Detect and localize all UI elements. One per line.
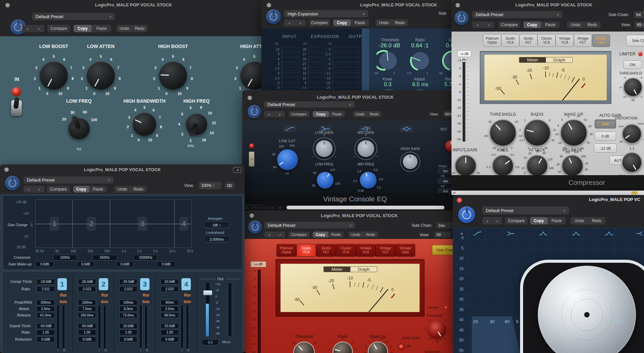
paste-button[interactable]: Paste (329, 111, 345, 117)
paste-button[interactable]: Paste (89, 186, 107, 193)
low-shelf-icon[interactable] (505, 231, 515, 237)
copy-button[interactable]: Copy (313, 111, 329, 117)
graph-tab[interactable]: Graph (350, 267, 377, 272)
view-value[interactable]: 100%∧∨ (199, 182, 221, 189)
release-2[interactable]: 160.0ms (78, 312, 96, 318)
preset-prev-next[interactable]: ‹› (24, 186, 44, 193)
model-studio-fet[interactable]: StudioFET (519, 34, 538, 47)
low-cut-knob[interactable]: 5080160300 (277, 149, 298, 170)
copy-button[interactable]: Copy (74, 25, 92, 32)
copy-button[interactable]: Copy (73, 186, 89, 193)
redo-button[interactable]: Redo (584, 21, 601, 28)
expnd-ratio-3[interactable]: 1.00 (119, 330, 137, 335)
autogain-popup[interactable]: Off∧∨ (204, 222, 230, 229)
redo-button[interactable]: Redo (363, 232, 378, 238)
high-freq-knob[interactable]: 23456810121416 (186, 113, 207, 135)
makeup-4[interactable]: 0.0dB (157, 261, 175, 267)
next-arrow[interactable]: › (34, 186, 45, 193)
undo-button[interactable]: Undo (114, 186, 130, 193)
window-close-dot[interactable] (5, 3, 10, 7)
model-classic-vca[interactable]: ClassicVCA (336, 244, 356, 257)
paste-button[interactable]: Paste (548, 217, 566, 224)
compare-button[interactable]: Compare (309, 19, 330, 26)
ratio-knob[interactable] (409, 49, 432, 72)
preset-prev-next[interactable]: ‹› (22, 25, 44, 32)
stepper-icon[interactable]: ∧∨ (643, 23, 644, 26)
undo-button[interactable]: Undo (570, 217, 588, 224)
model-platinum-digital[interactable]: PlatinumDigital (276, 244, 296, 257)
band-4-badge[interactable]: 4 (181, 278, 191, 290)
window-close-dot[interactable] (267, 3, 271, 7)
bell-3-icon[interactable] (604, 231, 614, 237)
next-arrow[interactable]: › (275, 111, 285, 117)
compare-button[interactable]: Compare (289, 232, 309, 238)
expnd-ratio-1[interactable]: 1.00 (37, 330, 55, 335)
byp-3[interactable]: Byp (141, 292, 151, 298)
preset-prev-next[interactable]: ‹› (264, 111, 285, 117)
in-toggle-switch[interactable] (11, 100, 22, 116)
low-atten-knob[interactable]: 012345678910 (87, 61, 115, 90)
release-4[interactable]: 49.0ms (161, 312, 179, 318)
peakrms-3[interactable]: 100ms (119, 300, 137, 305)
model-vintage-fet[interactable]: VintageFET (574, 34, 592, 47)
preset-prev-next[interactable]: ‹› (472, 21, 495, 28)
high-bell-icon[interactable] (400, 125, 413, 132)
lookahead-field[interactable]: 2.000ms (204, 236, 230, 243)
next-arrow[interactable]: › (492, 217, 502, 224)
power-button[interactable] (248, 105, 261, 118)
prev-arrow[interactable]: ‹ (264, 232, 275, 238)
ratio-knob[interactable]: 11.42358122030:1 (524, 119, 551, 146)
compare-button[interactable]: Compare (499, 21, 520, 28)
redo-button[interactable]: Redo (392, 19, 408, 26)
preset-dropdown[interactable]: Default Preset∨ (264, 222, 355, 229)
prev-arrow[interactable]: ‹ (22, 25, 34, 32)
band-2-badge[interactable]: 2 (99, 278, 108, 290)
side-chain-value[interactable]: Int (634, 11, 644, 18)
limiter-threshold-knob[interactable]: -6-4-8-10dB0 (428, 321, 446, 338)
mix-knob[interactable] (622, 152, 642, 172)
copy-button[interactable]: Copy (313, 232, 328, 238)
band-3-badge[interactable]: 3 (140, 278, 149, 290)
redo-button[interactable]: Redo (367, 111, 381, 117)
crossover-2[interactable]: 550Hz (92, 255, 117, 260)
low-freq-knob[interactable]: 3560110220 (317, 172, 334, 189)
out-fader-handle[interactable] (203, 290, 212, 295)
model-vintage-opto[interactable]: VintageOpto (592, 34, 610, 47)
window-close-dot[interactable] (457, 198, 462, 203)
attack-3[interactable]: 6.0ms (119, 306, 137, 312)
low-gain-knob[interactable]: –0+ (316, 140, 333, 157)
model-studio-vca[interactable]: StudioVCA (501, 34, 519, 47)
redo-button[interactable]: Redo (588, 217, 605, 224)
compr-thrsh-4[interactable]: 10.0dB (161, 279, 179, 285)
threshold-knob[interactable] (377, 49, 399, 72)
next-arrow[interactable]: › (295, 19, 306, 26)
crossover-line-2[interactable] (110, 200, 110, 248)
release-3[interactable]: 73.0ms (119, 312, 137, 318)
makeup-1[interactable]: 0.0dB (35, 261, 54, 267)
power-button[interactable] (5, 176, 20, 191)
ratio-2[interactable]: 2.022 (78, 286, 96, 292)
peakrms-4[interactable]: 50ms (161, 300, 179, 305)
gain-change-plot[interactable]: 1 2 3 4 (35, 200, 191, 248)
paste-button[interactable]: Paste (541, 21, 560, 28)
preset-prev-next[interactable]: ‹› (284, 19, 306, 26)
out-value[interactable]: 0.0 (202, 339, 219, 345)
preset-dropdown[interactable]: Default Preset∨ (482, 206, 569, 214)
band-2-handle[interactable]: 2 (87, 217, 96, 231)
power-button[interactable] (266, 9, 281, 24)
copy-button[interactable]: Copy (523, 21, 541, 28)
eq-display[interactable]: + 051015202530354045505560 J. Appleseed … (453, 228, 644, 353)
paste-button[interactable]: Paste (92, 25, 111, 32)
solo-1[interactable]: Solo (58, 299, 69, 304)
prev-arrow[interactable]: ‹ (472, 21, 484, 28)
compare-button[interactable]: Compare (505, 217, 527, 224)
autogain-0db-button[interactable]: 0 dB (595, 132, 616, 141)
prev-arrow[interactable]: ‹ (24, 186, 34, 193)
prev-arrow[interactable]: ‹ (284, 19, 295, 26)
compr-thrsh-2[interactable]: -26.0dB (78, 279, 96, 285)
power-button[interactable] (248, 220, 262, 234)
crossover-line-1[interactable] (72, 200, 73, 248)
window-close-dot[interactable] (456, 3, 460, 7)
byp-1[interactable]: Byp (58, 292, 69, 298)
high-bandwidth-knob[interactable]: 012345678910 (133, 112, 156, 136)
